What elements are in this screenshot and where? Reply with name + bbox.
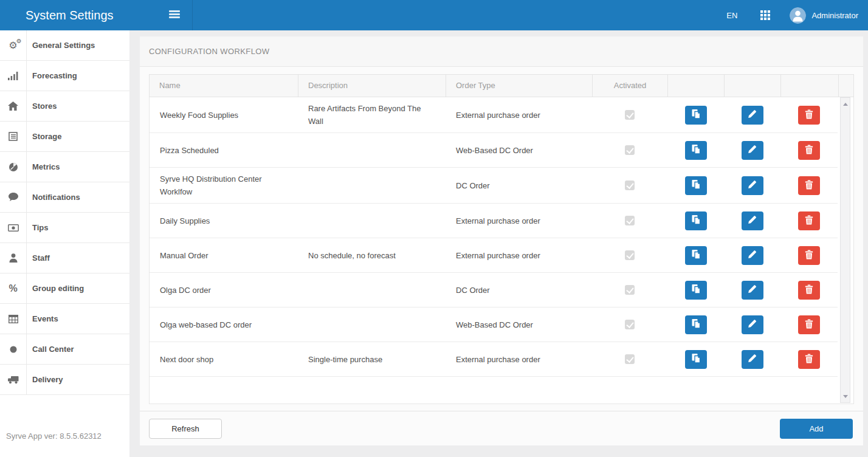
table-scrollbar[interactable]	[840, 97, 850, 403]
header-action-copy	[667, 75, 724, 97]
sidebar-item-tips[interactable]: Tips	[0, 213, 129, 243]
workflow-row[interactable]: Syrve HQ Distribution Center Worklfow DC…	[150, 168, 838, 204]
refresh-button[interactable]: Refresh	[149, 419, 222, 439]
add-button[interactable]: Add	[780, 419, 853, 439]
grid-icon[interactable]	[760, 10, 770, 20]
delete-workflow-button[interactable]	[798, 246, 820, 265]
delete-workflow-button[interactable]	[798, 315, 820, 334]
cell-order-type: DC Order	[446, 174, 592, 197]
percent-icon: %	[0, 283, 26, 294]
header-action-delete	[780, 75, 838, 97]
sidebar-item-group-editing[interactable]: % Group editing	[0, 273, 129, 304]
cell-order-type: External purchase order	[446, 210, 592, 232]
edit-workflow-button[interactable]	[742, 176, 763, 195]
delete-workflow-button[interactable]	[798, 211, 820, 230]
workflow-row[interactable]: Olga DC order DC Order	[150, 273, 838, 308]
trash-icon	[805, 284, 813, 296]
cell-name: Manual Order	[150, 244, 298, 267]
trash-icon	[805, 250, 813, 261]
cell-order-type: External purchase order	[446, 244, 592, 267]
workflow-row[interactable]: Manual Order No schedule, no forecast Ex…	[150, 238, 838, 273]
language-selector[interactable]: EN	[726, 11, 737, 20]
sidebar-item-label: Metrics	[26, 162, 60, 171]
sidebar-item-notifications[interactable]: Notifications	[0, 182, 129, 213]
copy-workflow-button[interactable]	[685, 281, 707, 300]
sidebar-item-forecasting[interactable]: Forecasting	[0, 61, 129, 91]
header-scroll-spacer	[838, 75, 855, 97]
edit-workflow-button[interactable]	[742, 106, 763, 125]
cell-description	[298, 145, 446, 155]
person-icon	[0, 253, 26, 263]
scroll-down-icon[interactable]	[841, 391, 850, 401]
user-menu[interactable]: Administrator	[790, 7, 858, 24]
sidebar-item-metrics[interactable]: Metrics	[0, 152, 129, 182]
cell-name: Olga DC order	[150, 279, 298, 301]
activated-checkbox	[625, 145, 635, 155]
cell-description: Rare Artifacts From Beyond The Wall	[298, 97, 446, 132]
sidebar-item-label: Forecasting	[26, 71, 77, 80]
activated-checkbox	[625, 285, 635, 295]
sidebar-item-general-settings[interactable]: ⚙⚙ General Settings	[0, 30, 129, 61]
sidebar-item-label: Staff	[26, 253, 50, 263]
sidebar-item-stores[interactable]: Stores	[0, 91, 129, 122]
sidebar-item-label: Call Center	[26, 345, 74, 354]
trash-icon	[805, 145, 813, 156]
header-description: Description	[298, 75, 446, 97]
edit-workflow-button[interactable]	[742, 350, 763, 369]
workflow-row[interactable]: Pizza Scheduled Web-Based DC Order	[150, 133, 838, 168]
sidebar-item-events[interactable]: Events	[0, 304, 129, 334]
workflow-row[interactable]: Next door shop Single-time purchase Exte…	[150, 342, 838, 377]
copy-workflow-button[interactable]	[685, 141, 707, 160]
copy-icon	[691, 144, 701, 156]
trash-icon	[805, 109, 813, 121]
copy-workflow-button[interactable]	[685, 211, 707, 230]
header-name: Name	[150, 75, 298, 97]
cell-order-type: Web-Based DC Order	[446, 314, 592, 336]
cell-order-type: External purchase order	[446, 348, 592, 371]
edit-workflow-button[interactable]	[742, 315, 763, 334]
copy-workflow-button[interactable]	[685, 246, 707, 265]
sidebar-item-staff[interactable]: Staff	[0, 243, 129, 273]
delete-workflow-button[interactable]	[798, 350, 820, 369]
gears-icon: ⚙⚙	[0, 41, 26, 50]
app-version: Syrve App ver: 8.5.5.62312	[6, 431, 102, 441]
delete-workflow-button[interactable]	[798, 106, 820, 125]
copy-icon	[691, 109, 701, 121]
username: Administrator	[811, 11, 858, 20]
circle-icon	[0, 346, 26, 353]
copy-workflow-button[interactable]	[685, 106, 707, 125]
workflow-row[interactable]: Daily Supplies External purchase order	[150, 204, 838, 238]
table-header-row: Name Description Order Type Activated	[149, 74, 854, 97]
edit-workflow-button[interactable]	[742, 281, 763, 300]
table-icon	[0, 315, 26, 323]
edit-workflow-button[interactable]	[742, 211, 763, 230]
workflow-row[interactable]: Olga web-based DC order Web-Based DC Ord…	[150, 308, 838, 342]
copy-icon	[691, 249, 701, 261]
table-body: Weekly Food Supplies Rare Artifacts From…	[149, 97, 854, 404]
truck-icon	[0, 376, 26, 384]
copy-icon	[691, 179, 701, 191]
sidebar-item-storage[interactable]: Storage	[0, 122, 129, 152]
edit-workflow-button[interactable]	[742, 141, 763, 160]
copy-workflow-button[interactable]	[685, 176, 707, 195]
copy-workflow-button[interactable]	[685, 350, 707, 369]
delete-workflow-button[interactable]	[798, 281, 820, 300]
topbar-divider	[192, 0, 193, 30]
scroll-up-icon[interactable]	[841, 99, 850, 109]
chart-bars-icon	[0, 71, 26, 80]
edit-workflow-button[interactable]	[742, 246, 763, 265]
cell-name: Syrve HQ Distribution Center Worklfow	[150, 168, 298, 203]
cell-order-type: DC Order	[446, 279, 592, 301]
sidebar-item-delivery[interactable]: Delivery	[0, 365, 129, 395]
hamburger-icon[interactable]	[169, 10, 180, 19]
activated-checkbox	[625, 110, 635, 120]
delete-workflow-button[interactable]	[798, 141, 820, 160]
copy-workflow-button[interactable]	[685, 315, 707, 334]
copy-icon	[691, 353, 701, 365]
workflow-row[interactable]: Weekly Food Supplies Rare Artifacts From…	[150, 97, 838, 133]
sidebar-item-label: Tips	[26, 223, 49, 232]
sidebar-item-call-center[interactable]: Call Center	[0, 334, 129, 365]
cell-description	[298, 180, 446, 190]
delete-workflow-button[interactable]	[798, 176, 820, 195]
sidebar: ⚙⚙ General Settings Forecasting Stores S…	[0, 30, 129, 457]
